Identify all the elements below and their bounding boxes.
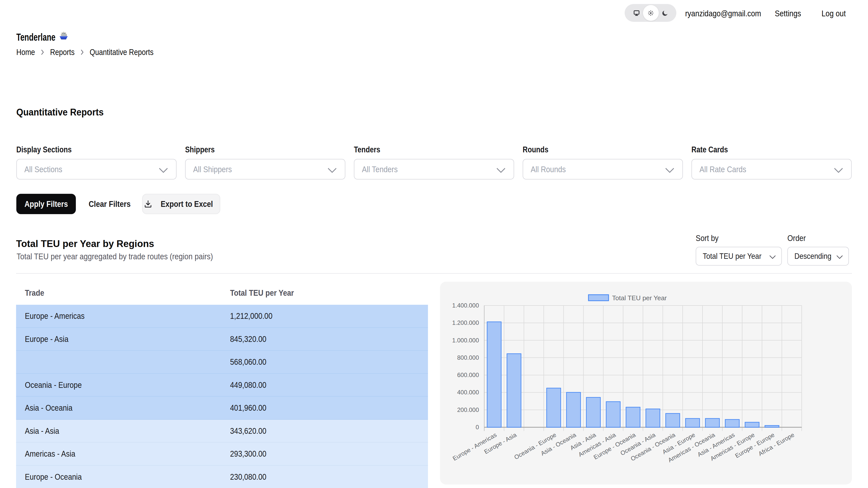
svg-text:1.400.000: 1.400.000 xyxy=(452,302,479,309)
svg-text:1.200.000: 1.200.000 xyxy=(452,319,479,326)
svg-text:200.000: 200.000 xyxy=(457,406,479,413)
svg-text:Total TEU per Year: Total TEU per Year xyxy=(612,294,667,302)
svg-text:1.000.000: 1.000.000 xyxy=(452,337,479,344)
svg-text:600.000: 600.000 xyxy=(457,371,479,378)
svg-text:800.000: 800.000 xyxy=(457,354,479,361)
svg-text:400.000: 400.000 xyxy=(457,389,479,396)
svg-text:0: 0 xyxy=(476,424,479,430)
